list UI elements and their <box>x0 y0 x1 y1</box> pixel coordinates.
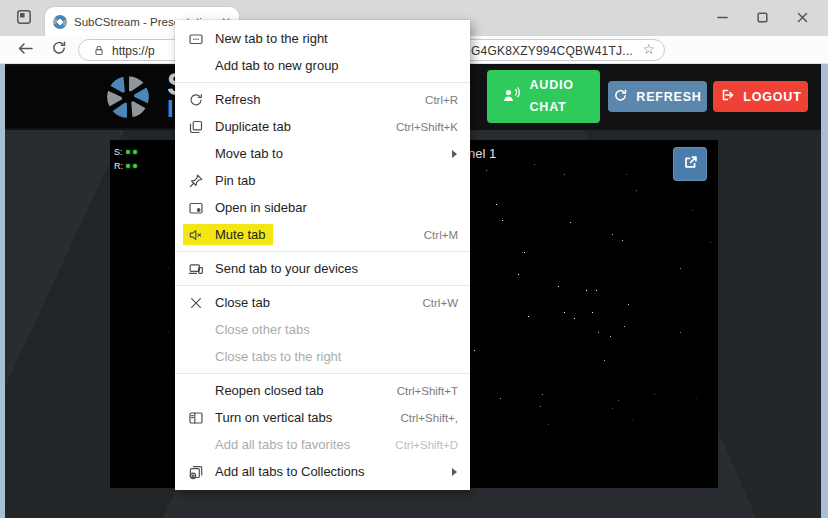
menu-item-close-tab[interactable]: Close tab Ctrl+W <box>175 289 470 316</box>
shortcut: Ctrl+Shift+, <box>390 412 458 424</box>
shortcut: Ctrl+Shift+D <box>385 439 458 451</box>
audio-chat-button[interactable]: AUDIO CHAT <box>487 70 600 123</box>
refresh-icon <box>51 40 67 60</box>
menu-item-add-tab-group[interactable]: Add tab to new group <box>175 52 470 79</box>
duplicate-icon <box>187 118 204 135</box>
status-row-s: S: <box>114 145 137 159</box>
maximize-icon <box>757 9 768 27</box>
sidebar-icon <box>187 199 204 216</box>
new-tab-right-icon <box>187 30 204 47</box>
close-icon <box>797 9 808 27</box>
refresh-icon <box>613 88 636 106</box>
menu-item-move-tab-to[interactable]: Move tab to <box>175 140 470 167</box>
status-dot <box>133 164 137 168</box>
back-button[interactable] <box>14 40 36 60</box>
logout-label: LOGOUT <box>743 90 801 104</box>
pin-icon <box>187 172 204 189</box>
menu-item-open-in-sidebar[interactable]: Open in sidebar <box>175 194 470 221</box>
logout-button[interactable]: LOGOUT <box>713 81 808 112</box>
vertical-tabs-icon <box>187 409 204 426</box>
maximize-button[interactable] <box>742 0 782 36</box>
refresh-page-button[interactable] <box>48 40 70 60</box>
desktop-edge <box>821 64 828 518</box>
status-row-r: R: <box>114 159 137 173</box>
url-prefix: https://p <box>112 44 155 58</box>
shortcut: Ctrl+W <box>413 297 458 309</box>
devices-icon <box>187 260 204 277</box>
menu-item-new-tab-right[interactable]: New tab to the right <box>175 25 470 52</box>
menu-separator <box>175 251 470 252</box>
mute-icon <box>187 226 204 243</box>
close-window-button[interactable] <box>782 0 822 36</box>
refresh-icon <box>187 91 204 108</box>
tab-actions-button[interactable] <box>12 8 36 30</box>
menu-item-close-other-tabs: Close other tabs <box>175 316 470 343</box>
screen: SubCStream - Presentations ✕ htt <box>0 0 828 518</box>
tab-context-menu: New tab to the right Add tab to new grou… <box>175 20 470 490</box>
lock-icon <box>92 43 106 62</box>
audio-person-icon <box>502 86 530 107</box>
tab-actions-icon <box>16 9 32 29</box>
menu-item-add-tabs-collections[interactable]: Add all tabs to Collections <box>175 458 470 485</box>
minimize-icon <box>717 9 728 27</box>
menu-item-duplicate-tab[interactable]: Duplicate tab Ctrl+Shift+K <box>175 113 470 140</box>
favorite-star-icon[interactable]: ☆ <box>642 41 655 57</box>
shortcut: Ctrl+Shift+K <box>386 121 458 133</box>
shortcut: Ctrl+R <box>415 94 458 106</box>
shortcut: Ctrl+M <box>414 229 458 241</box>
menu-separator <box>175 373 470 374</box>
audio-chat-label: AUDIO CHAT <box>530 75 586 118</box>
menu-item-reopen-closed-tab[interactable]: Reopen closed tab Ctrl+Shift+T <box>175 377 470 404</box>
menu-separator <box>175 285 470 286</box>
status-dot <box>126 164 130 168</box>
minimize-button[interactable] <box>702 0 742 36</box>
stream-refresh-button[interactable]: REFRESH <box>608 81 707 112</box>
subc-favicon <box>53 15 67 29</box>
close-icon <box>187 294 204 311</box>
menu-item-send-tab-devices[interactable]: Send tab to your devices <box>175 255 470 282</box>
status-dot <box>133 150 137 154</box>
url-text: G4GK8XZY994CQBW41TJ... <box>471 44 633 58</box>
menu-item-vertical-tabs[interactable]: Turn on vertical tabs Ctrl+Shift+, <box>175 404 470 431</box>
window-controls <box>702 0 822 36</box>
open-stream-new-window-button[interactable] <box>673 147 707 181</box>
status-dot <box>126 150 130 154</box>
logout-icon <box>719 87 743 106</box>
menu-item-mute-tab[interactable]: Mute tab Ctrl+M <box>175 221 470 248</box>
menu-separator <box>175 82 470 83</box>
collections-icon <box>187 463 204 480</box>
menu-item-add-tabs-favorites: Add all tabs to favorites Ctrl+Shift+D <box>175 431 470 458</box>
open-in-new-icon <box>682 154 699 175</box>
shortcut: Ctrl+Shift+T <box>387 385 458 397</box>
menu-item-refresh[interactable]: Refresh Ctrl+R <box>175 86 470 113</box>
menu-item-close-tabs-right: Close tabs to the right <box>175 343 470 370</box>
back-arrow-icon <box>17 41 34 60</box>
stream-refresh-label: REFRESH <box>636 90 701 104</box>
menu-item-pin-tab[interactable]: Pin tab <box>175 167 470 194</box>
aperture-icon <box>103 72 153 126</box>
stream-status-overlay: S: R: <box>114 145 137 173</box>
